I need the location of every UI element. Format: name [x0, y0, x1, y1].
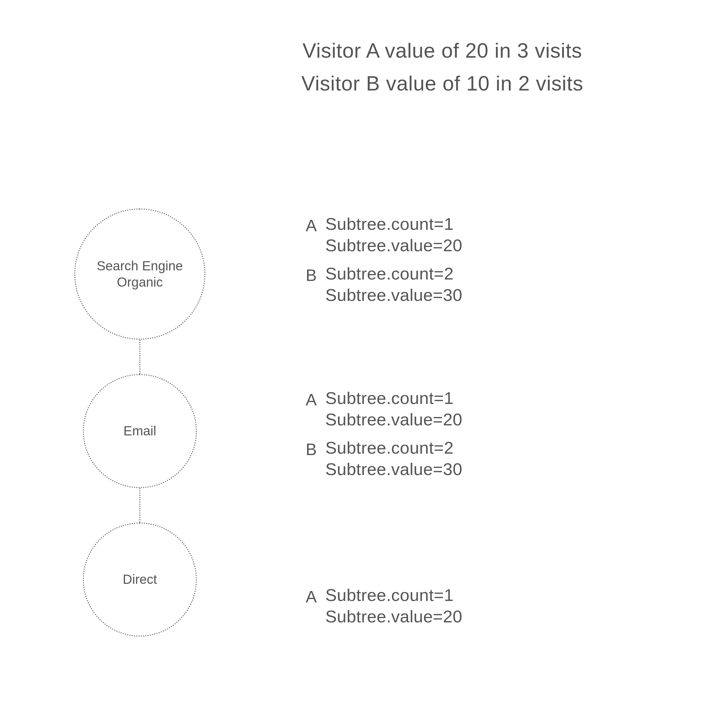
annotation-group-2: A Subtree.count=1 Subtree.value=20 B Sub… [300, 388, 613, 488]
annotation-count: Subtree.count=1 [325, 388, 462, 408]
node-label: Email [123, 423, 156, 439]
node-direct: Direct [83, 522, 197, 637]
annotation-block: B Subtree.count=2 Subtree.value=30 [300, 438, 613, 479]
annotation-block: A Subtree.count=1 Subtree.value=20 [300, 388, 613, 430]
annotation-value: Subtree.value=30 [325, 459, 462, 479]
annotation-count: Subtree.count=1 [325, 585, 462, 605]
header: Visitor A value of 20 in 3 visits Visito… [228, 34, 656, 100]
annotation-count: Subtree.count=1 [325, 214, 462, 234]
node-label: Search Engine Organic [84, 258, 196, 291]
annotation-letter: B [300, 438, 317, 459]
edge-1-2 [139, 340, 140, 374]
annotation-lines: Subtree.count=2 Subtree.value=30 [325, 438, 462, 479]
annotation-value: Subtree.value=30 [325, 285, 462, 305]
node-column: Search Engine Organic Email Direct [66, 208, 214, 637]
annotation-value: Subtree.value=20 [325, 236, 462, 255]
node-label: Direct [123, 571, 157, 588]
annotation-block: B Subtree.count=2 Subtree.value=30 [300, 264, 613, 305]
annotation-count: Subtree.count=2 [325, 264, 462, 283]
annotation-lines: Subtree.count=1 Subtree.value=20 [325, 585, 462, 626]
annotation-group-1: A Subtree.count=1 Subtree.value=20 B Sub… [300, 214, 613, 314]
node-email: Email [83, 374, 197, 488]
annotation-lines: Subtree.count=2 Subtree.value=30 [325, 264, 462, 305]
annotation-value: Subtree.value=20 [325, 607, 462, 626]
annotation-block: A Subtree.count=1 Subtree.value=20 [300, 585, 613, 626]
annotation-letter: A [300, 388, 317, 409]
annotation-letter: B [300, 264, 317, 284]
annotation-block: A Subtree.count=1 Subtree.value=20 [300, 214, 613, 255]
diagram-canvas: Visitor A value of 20 in 3 visits Visito… [0, 0, 720, 728]
node-search-engine-organic: Search Engine Organic [74, 208, 206, 340]
annotation-letter: A [300, 214, 317, 235]
annotation-count: Subtree.count=2 [325, 438, 462, 458]
header-line-1: Visitor A value of 20 in 3 visits [228, 34, 656, 67]
annotation-letter: A [300, 585, 317, 606]
annotation-value: Subtree.value=20 [325, 410, 462, 430]
annotation-lines: Subtree.count=1 Subtree.value=20 [325, 388, 462, 430]
annotation-lines: Subtree.count=1 Subtree.value=20 [325, 214, 462, 255]
annotation-group-3: A Subtree.count=1 Subtree.value=20 [300, 585, 613, 635]
edge-2-3 [139, 488, 140, 522]
header-line-2: Visitor B value of 10 in 2 visits [228, 67, 656, 100]
